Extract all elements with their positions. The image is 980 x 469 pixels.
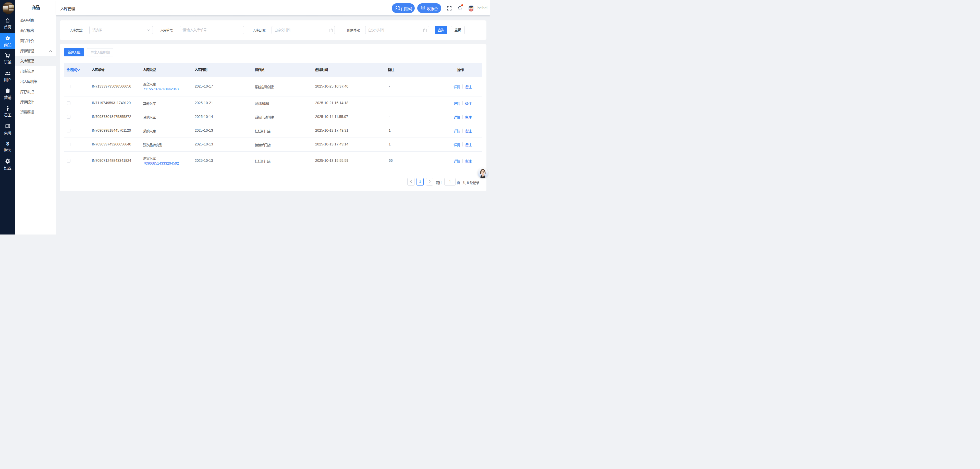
svg-text:$: $ <box>6 141 9 146</box>
